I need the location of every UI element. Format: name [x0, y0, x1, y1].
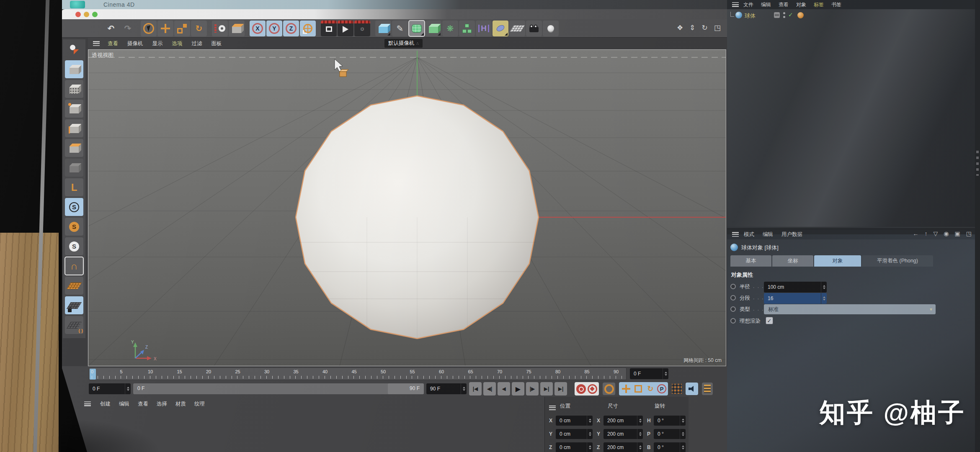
workplane-mode-button[interactable]: ( ) [65, 316, 83, 334]
previous-key-button[interactable]: ◀| [483, 382, 496, 396]
object-name[interactable]: 球体 [745, 12, 756, 20]
viewport-canvas[interactable]: XYZ [88, 50, 726, 366]
snap-settings-button[interactable]: S [65, 237, 83, 255]
menu-item-1[interactable]: 创建 [96, 398, 115, 409]
next-frame-button[interactable]: |▶ [526, 382, 539, 396]
scale-tool-button[interactable] [174, 21, 190, 36]
menu-item-4[interactable]: 对象 [792, 0, 810, 9]
pan-view-icon[interactable]: ❖ [677, 23, 683, 32]
array-object-button[interactable]: ❋ [442, 21, 458, 36]
menu-item-5[interactable]: 标签 [810, 0, 828, 9]
size-field[interactable]: 200 cm [603, 416, 643, 426]
instance-object-button[interactable] [426, 21, 441, 36]
keyframe-selection-button[interactable] [603, 383, 615, 395]
animation-ring-icon[interactable] [730, 318, 736, 324]
texture-mode-button[interactable] [65, 80, 83, 98]
position-field[interactable]: 0 cm [556, 416, 593, 426]
size-field[interactable]: 200 cm [603, 429, 643, 439]
record-parameter-button[interactable]: P [657, 384, 666, 393]
spline-primitive-button[interactable] [493, 21, 508, 36]
stepper[interactable] [587, 429, 593, 439]
dots-tag-icon[interactable] [783, 12, 785, 18]
segments-field[interactable]: 16 [764, 293, 827, 304]
zoom-button[interactable] [92, 12, 98, 17]
goto-end-button[interactable]: ▶| [554, 382, 567, 396]
menu-icon[interactable] [549, 406, 556, 410]
light-object-button[interactable] [543, 21, 559, 36]
lock-x-axis-button[interactable]: X [250, 21, 266, 36]
add-primitive-button[interactable] [375, 21, 391, 36]
record-position-button[interactable] [621, 383, 632, 394]
stepper[interactable] [587, 442, 593, 452]
animation-ring-icon[interactable] [730, 284, 736, 289]
model-mode-button[interactable] [65, 60, 83, 78]
snap-modes-button[interactable]: S [65, 218, 83, 236]
sphere-object-icon[interactable] [735, 12, 742, 18]
stepper[interactable] [637, 429, 643, 439]
play-forward-button[interactable]: ▶ [512, 382, 524, 396]
lock-z-axis-button[interactable]: Z [283, 21, 299, 36]
goto-start-button[interactable]: |◀ [469, 382, 482, 396]
magnet-tool-button[interactable]: ∩ [65, 257, 83, 275]
stepper[interactable] [821, 282, 827, 293]
live-selection-button[interactable] [141, 21, 157, 36]
minimize-button[interactable] [84, 12, 89, 17]
autokeying-button[interactable] [588, 384, 597, 394]
next-key-button[interactable]: ▶| [540, 382, 553, 396]
tab-2[interactable]: 坐标 [772, 255, 813, 267]
zoom-view-icon[interactable]: ⇕ [689, 23, 695, 32]
solo-mode-button[interactable] [65, 159, 83, 177]
menu-item-6[interactable]: 纹理 [190, 398, 209, 409]
stepper[interactable] [680, 429, 686, 439]
points-mode-button[interactable] [65, 100, 83, 118]
record-rotation-button[interactable]: ↻ [645, 383, 656, 394]
menu-item-1[interactable]: 模式 [740, 229, 758, 240]
menu-item-1[interactable]: 查看 [103, 38, 123, 49]
stepper[interactable] [663, 368, 668, 379]
rotation-field[interactable]: 0 ° [654, 416, 686, 426]
tab-4[interactable]: 平滑着色 (Phong) [862, 255, 933, 267]
menu-item-1[interactable]: 文件 [740, 0, 757, 9]
menu-icon[interactable] [732, 3, 739, 7]
enabled-check-tag-icon[interactable]: ✓ [788, 11, 793, 18]
layout-icon[interactable]: ◳ [966, 230, 972, 237]
stepper[interactable] [587, 416, 593, 426]
range-start-field[interactable]: 0 F [89, 383, 131, 394]
make-editable-button[interactable] [65, 41, 83, 59]
menu-item-4[interactable]: 选择 [152, 398, 171, 409]
stepper[interactable] [637, 416, 643, 426]
menu-item-4[interactable]: 选项 [168, 38, 187, 49]
tab-3[interactable]: 对象 [814, 255, 861, 267]
animation-ring-icon[interactable] [730, 295, 736, 300]
lock-workplane-button[interactable] [65, 296, 83, 314]
history-back-icon[interactable]: ← [913, 230, 919, 237]
render-view-button[interactable] [321, 21, 337, 36]
filter-icon[interactable]: ▽ [934, 230, 938, 237]
radius-field[interactable]: 100 cm [764, 282, 827, 293]
enable-axis-button[interactable]: L [65, 178, 83, 196]
lock-icon[interactable]: ◉ [944, 230, 949, 237]
visibility-tag-icon[interactable] [774, 12, 780, 18]
keyframe-panel-button[interactable] [702, 383, 713, 395]
point-level-animation-button[interactable] [672, 384, 682, 394]
timeline-ruler[interactable]: 051015202530354045505560657075808590 [89, 367, 627, 380]
animation-ring-icon[interactable] [730, 306, 736, 312]
phong-tag-icon[interactable] [797, 12, 804, 18]
position-field[interactable]: 0 cm [556, 429, 593, 439]
size-field[interactable]: 200 cm [603, 442, 643, 452]
perspective-viewport[interactable]: XYZ 透视视图 网格间距 : 50 cm [88, 49, 726, 366]
render-to-picture-viewer-button[interactable] [338, 21, 353, 36]
toggle-view-icon[interactable]: ◳ [714, 23, 721, 32]
stepper[interactable] [821, 293, 827, 304]
deformer-button[interactable]: H [476, 21, 492, 36]
lock-y-axis-button[interactable]: Y [266, 21, 282, 36]
floor-object-button[interactable] [509, 21, 525, 36]
sound-toggle-button[interactable] [686, 383, 698, 395]
menu-item-3[interactable]: 显示 [148, 38, 168, 49]
menu-item-2[interactable]: 编辑 [757, 0, 775, 9]
tab-1[interactable]: 基本 [730, 255, 771, 267]
record-keyframes-button[interactable] [576, 384, 586, 394]
redo-button[interactable]: ↷ [120, 21, 136, 36]
stepper[interactable] [125, 383, 131, 394]
history-up-icon[interactable]: ↑ [925, 230, 928, 237]
